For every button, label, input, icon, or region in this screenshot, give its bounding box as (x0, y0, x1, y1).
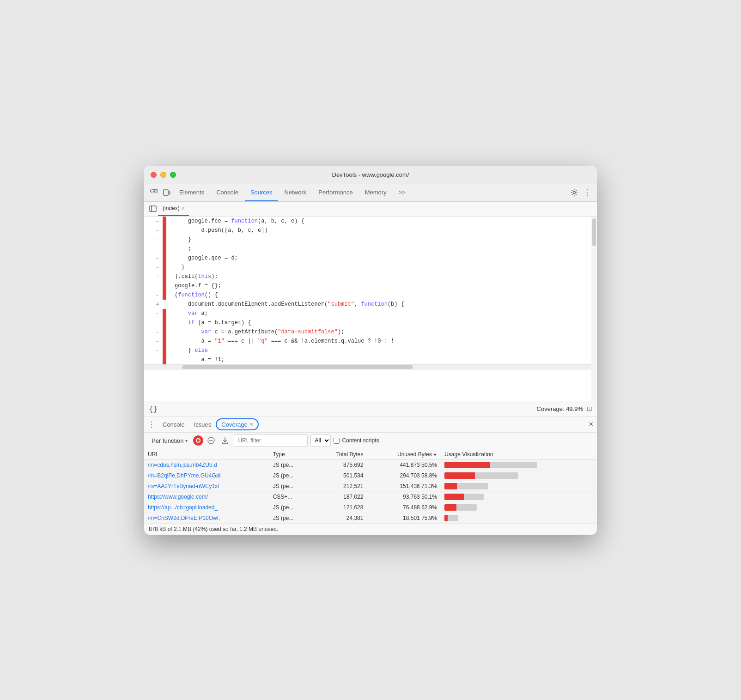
tab-sources[interactable]: Sources (245, 184, 278, 201)
table-row[interactable]: https://ap.../cb=gapi.loaded_JS (pe...12… (144, 502, 597, 513)
title-bar: DevTools - www.google.com/ (144, 166, 597, 184)
content-scripts-checkbox-area: Content scripts (334, 437, 379, 444)
more-options-icon[interactable]: ⋮ (581, 187, 593, 199)
coverage-table: URL Type Total Bytes Unused Bytes Usage … (144, 449, 597, 524)
source-tabs: (index) × (144, 202, 597, 217)
device-icon[interactable] (161, 187, 173, 199)
drawer-menu-icon[interactable]: ⋮ (148, 420, 155, 429)
table-row: – if (a = b.target) { (144, 318, 597, 327)
svg-rect-3 (169, 191, 170, 194)
header-url[interactable]: URL (144, 449, 269, 460)
url-filter-input[interactable] (234, 434, 308, 447)
table-row: – ; (144, 244, 597, 253)
download-button[interactable] (219, 434, 231, 447)
tab-elements[interactable]: Elements (174, 184, 210, 201)
per-function-button[interactable]: Per function ▾ (149, 436, 190, 445)
status-bar: 878 kB of 2.1 MB (42%) used so far, 1.2 … (144, 524, 597, 535)
clear-button[interactable] (206, 435, 216, 446)
drawer-tabs: ⋮ Console Issues Coverage × × (144, 417, 597, 433)
table-row[interactable]: /rs=AA2YrTvBynad-nWEy1xlJS (pe...212,521… (144, 481, 597, 491)
horizontal-scrollbar[interactable] (144, 364, 597, 370)
coverage-table-body: /m=cdos,hsm,jsa,mb4ZUb,dJS (pe...875,692… (144, 459, 597, 523)
tab-more[interactable]: >> (393, 184, 411, 201)
code-lines: – google.fce = function(a, b, c, e) {– d… (144, 217, 597, 364)
scrollbar-thumb[interactable] (592, 218, 596, 246)
status-text: 878 kB of 2.1 MB (42%) used so far, 1.2 … (149, 526, 278, 532)
table-row[interactable]: /m=cdos,hsm,jsa,mb4ZUb,dJS (pe...875,692… (144, 459, 597, 470)
table-header: URL Type Total Bytes Unused Bytes Usage … (144, 449, 597, 460)
drawer-tab-issues[interactable]: Issues (189, 416, 216, 432)
table-row: – var c = a.getAttribute("data-submitfal… (144, 327, 597, 337)
close-coverage-tab-icon[interactable]: × (250, 421, 253, 428)
js-icon: {} (149, 404, 158, 413)
table-row[interactable]: /m=CnSW2d,DPreE,P10Owf,JS (pe...24,38118… (144, 513, 597, 523)
tab-memory[interactable]: Memory (359, 184, 392, 201)
record-stop-icon (196, 438, 200, 443)
tab-console[interactable]: Console (211, 184, 244, 201)
coverage-percentage: Coverage: 49.9% (537, 405, 583, 412)
coverage-toolbar: Per function ▾ All Content scripts (144, 433, 597, 449)
bottom-panel-left: {} (149, 404, 158, 413)
table-row: – a = !1; (144, 355, 597, 364)
header-type[interactable]: Type (269, 449, 313, 460)
sidebar-toggle-button[interactable] (148, 204, 158, 214)
drawer-tab-coverage[interactable]: Coverage × (216, 418, 258, 430)
table-row: –google.f = {}; (144, 281, 597, 290)
table-row: – google.qce = d; (144, 253, 597, 263)
close-drawer-button[interactable]: × (589, 420, 593, 428)
table-row[interactable]: https://www.google.com/CSS+...187,02293,… (144, 491, 597, 502)
traffic-lights (151, 172, 176, 178)
table-row: –(function() { (144, 290, 597, 300)
all-filter-select[interactable]: All (310, 434, 331, 447)
settings-icon[interactable] (568, 187, 580, 199)
table-row: – } (144, 235, 597, 244)
table-row: – var a; (144, 309, 597, 318)
table-row: – d.push([a, b, c, e]) (144, 226, 597, 235)
minimize-button[interactable] (160, 172, 166, 178)
header-total-bytes[interactable]: Total Bytes (313, 449, 367, 460)
table-row: –).call(this); (144, 272, 597, 281)
cursor-icon[interactable] (148, 187, 160, 199)
maximize-button[interactable] (170, 172, 176, 178)
chevron-down-icon: ▾ (185, 438, 188, 443)
h-scrollbar-thumb[interactable] (182, 365, 413, 369)
source-file-tab[interactable]: (index) × (158, 201, 189, 216)
svg-point-4 (573, 192, 576, 194)
table-row: – google.fce = function(a, b, c, e) { (144, 217, 597, 226)
vertical-scrollbar[interactable] (591, 217, 597, 401)
expand-panel-icon[interactable]: ⊡ (587, 405, 592, 412)
svg-rect-1 (154, 189, 157, 192)
header-viz: Usage Visualization (441, 449, 597, 460)
table-row: – } (144, 263, 597, 272)
header-unused-bytes[interactable]: Unused Bytes (367, 449, 441, 460)
table-row: – } else (144, 346, 597, 355)
coverage-table-container[interactable]: URL Type Total Bytes Unused Bytes Usage … (144, 449, 597, 524)
record-button[interactable] (193, 435, 203, 446)
bottom-panel-toolbar: {} Coverage: 49.9% ⊡ (144, 401, 597, 417)
devtools-window: DevTools - www.google.com/ Elements Cons… (144, 166, 597, 535)
svg-rect-0 (151, 189, 153, 192)
code-editor[interactable]: – google.fce = function(a, b, c, e) {– d… (144, 217, 597, 401)
close-tab-icon[interactable]: × (182, 205, 184, 211)
table-row[interactable]: /m=B2qlPe,DhPYme,GU4GalJS (pe...501,5342… (144, 470, 597, 481)
devtools-tabs: Elements Console Sources Network Perform… (144, 184, 597, 202)
content-scripts-checkbox[interactable] (334, 438, 340, 444)
table-row: 4 document.documentElement.addEventListe… (144, 300, 597, 309)
svg-rect-2 (164, 190, 168, 195)
svg-rect-5 (150, 206, 156, 211)
table-row: – a = "1" === c || "q" === c && !a.eleme… (144, 337, 597, 346)
window-title: DevTools - www.google.com/ (332, 171, 409, 178)
tab-performance[interactable]: Performance (313, 184, 358, 201)
drawer-tab-console[interactable]: Console (158, 416, 189, 432)
close-button[interactable] (151, 172, 157, 178)
tab-network[interactable]: Network (279, 184, 312, 201)
